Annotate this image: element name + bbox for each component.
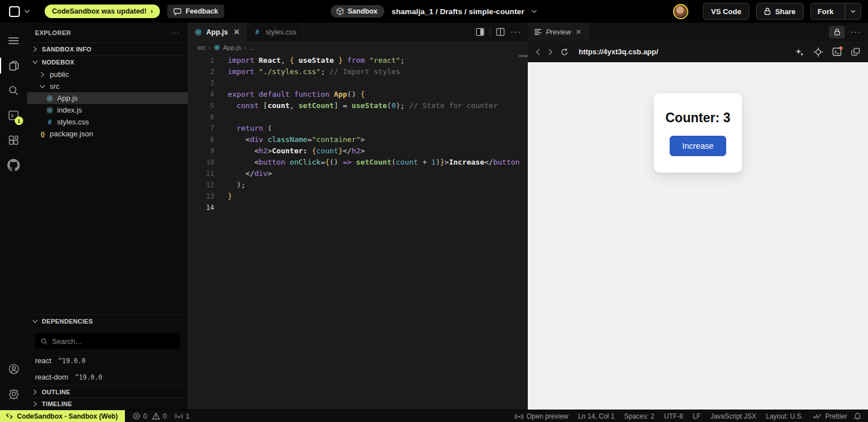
tree-item-app-js[interactable]: App.js — [27, 92, 188, 104]
preview-tab-bar: Preview ✕ ··· — [528, 23, 868, 41]
code-line[interactable]: import "./styles.css"; // Import styles — [228, 66, 528, 77]
devtools-icon[interactable] — [0, 128, 27, 153]
section-timeline[interactable]: TIMELINE — [27, 398, 188, 410]
dependency-row[interactable]: react-dom^19.0.0 — [27, 369, 188, 385]
error-icon — [133, 412, 140, 420]
code-line[interactable]: <div className="container"> — [228, 134, 528, 145]
dependency-search-input[interactable] — [52, 337, 174, 346]
terminal-icon[interactable]: 1 — [0, 103, 27, 128]
close-icon[interactable]: ✕ — [233, 28, 240, 36]
code-line[interactable]: </div> — [228, 168, 528, 179]
status-item-utf-8[interactable]: UTF-8 — [664, 412, 683, 420]
editor-more-icon[interactable]: ··· — [510, 27, 521, 37]
increase-button[interactable]: Increase — [670, 136, 726, 156]
tree-item-styles-css[interactable]: #styles.css — [27, 116, 188, 128]
preview-more-icon[interactable]: ··· — [850, 27, 861, 37]
settings-icon[interactable] — [0, 381, 27, 406]
breadcrumb-segment[interactable]: src — [197, 44, 206, 51]
status-item-lf[interactable]: LF — [693, 412, 701, 420]
close-icon[interactable]: ✕ — [575, 28, 581, 36]
fork-main-button[interactable]: Fork — [811, 3, 840, 19]
breadcrumb-chevron-down-icon[interactable] — [532, 10, 537, 13]
updated-banner-button[interactable]: CodeSandbox was updated! › — [45, 5, 160, 18]
status-item-layout-u-s-[interactable]: Layout: U.S. — [766, 412, 803, 420]
codesandbox-logo-icon[interactable] — [9, 6, 20, 17]
activity-bar: 1 — [0, 23, 27, 410]
code-line[interactable] — [228, 77, 528, 89]
inspect-element-icon[interactable] — [814, 48, 823, 57]
fork-dropdown-chevron-icon[interactable] — [845, 3, 861, 19]
github-icon[interactable] — [0, 153, 27, 178]
code-line[interactable]: ); — [228, 179, 528, 191]
workspace-menu-chevron-icon[interactable] — [24, 10, 30, 13]
status-item-spaces-2[interactable]: Spaces: 2 — [624, 412, 654, 420]
account-icon[interactable] — [0, 356, 27, 381]
breadcrumb-separator: › — [209, 45, 210, 51]
section-nodebox[interactable]: NODEBOX — [27, 55, 188, 68]
code-line[interactable]: <h2>Counter: {count}</h2> — [228, 145, 528, 157]
tab-label: App.js — [206, 28, 228, 36]
tab-app-js[interactable]: App.js ✕ — [188, 23, 246, 41]
section-sandbox-info[interactable]: SANDBOX INFO — [27, 42, 188, 55]
breadcrumb-segment[interactable]: ... — [249, 44, 254, 51]
dependency-row[interactable]: react^19.0.0 — [27, 352, 188, 369]
css-icon: # — [45, 118, 54, 126]
react-icon — [45, 106, 54, 114]
tree-item-package-json[interactable]: {}package.json — [27, 128, 188, 140]
open-in-new-window-icon[interactable] — [851, 48, 860, 56]
search-icon[interactable] — [0, 78, 27, 103]
problems-indicator[interactable]: 0 0 — [133, 412, 166, 420]
avatar[interactable] — [673, 4, 688, 19]
notifications-bell-icon[interactable] — [854, 412, 868, 420]
dependency-search — [35, 333, 180, 349]
code-line[interactable]: return ( — [228, 123, 528, 134]
code-line[interactable] — [228, 202, 528, 213]
top-right-actions: VS Code Share Fork — [673, 3, 861, 20]
forward-icon[interactable] — [548, 49, 553, 55]
code-line[interactable]: const [count, setCount] = useState(0); /… — [228, 100, 528, 111]
code-line[interactable]: } — [228, 191, 528, 202]
horizontal-scrollbar[interactable] — [519, 55, 528, 57]
remote-indicator[interactable]: CodeSandbox - Sandbox (Web) — [0, 410, 125, 422]
codesandbox-window: CodeSandbox was updated! › Feedback Sand… — [0, 0, 868, 422]
feedback-label: Feedback — [185, 7, 218, 15]
tab-preview[interactable]: Preview ✕ — [528, 23, 589, 41]
tree-item-label: App.js — [57, 94, 77, 102]
lock-preview-button[interactable] — [829, 26, 845, 38]
feedback-button[interactable]: Feedback — [167, 5, 224, 18]
status-item-open-preview[interactable]: Open preview — [515, 412, 568, 420]
tab-styles-css[interactable]: # styles.css — [246, 23, 303, 41]
status-item-ln-14-col-1[interactable]: Ln 14, Col 1 — [578, 412, 615, 420]
code-editor[interactable]: 1234567891011121314 import React, { useS… — [188, 54, 528, 410]
sandbox-type-badge[interactable]: Sandbox — [331, 5, 384, 18]
code-line[interactable]: <button onClick={() => setCount(count + … — [228, 157, 528, 168]
project-breadcrumb[interactable]: shamalja_1 / Drafts / simple-counter — [392, 7, 524, 16]
tree-item-src[interactable]: src — [27, 80, 188, 92]
code-line[interactable]: import React, { useState } from "react"; — [228, 55, 528, 66]
status-item-javascript-jsx[interactable]: JavaScript JSX — [710, 412, 756, 420]
breadcrumb-segment[interactable]: App.js — [223, 44, 241, 51]
main-area: 1 EXPLORER ··· — [0, 23, 868, 410]
sparkles-icon[interactable] — [795, 48, 804, 57]
code-content[interactable]: import React, { useState } from "react";… — [214, 55, 528, 410]
share-button[interactable]: Share — [756, 3, 804, 20]
back-icon[interactable] — [536, 49, 540, 55]
menu-icon[interactable] — [0, 28, 27, 53]
toggle-panel-icon[interactable] — [476, 28, 484, 36]
refresh-icon[interactable] — [561, 48, 568, 56]
tree-item-public[interactable]: public — [27, 68, 188, 80]
ports-indicator[interactable]: 1 — [175, 412, 190, 420]
section-outline[interactable]: OUTLINE — [27, 385, 188, 398]
divider — [490, 28, 491, 36]
files-icon[interactable] — [0, 53, 27, 78]
preview-url[interactable]: https://4yxt3q.csb.app/ — [579, 48, 658, 56]
split-editor-icon[interactable] — [496, 28, 505, 36]
explorer-more-icon[interactable]: ··· — [171, 28, 180, 37]
code-line[interactable] — [228, 111, 528, 123]
vscode-button[interactable]: VS Code — [703, 3, 749, 20]
status-item-prettier[interactable]: Prettier — [813, 412, 847, 420]
preview-console-button[interactable] — [832, 48, 841, 56]
code-line[interactable]: export default function App() { — [228, 89, 528, 100]
tree-item-index-js[interactable]: index.js — [27, 104, 188, 116]
section-dependencies[interactable]: DEPENDENCIES — [27, 315, 188, 328]
